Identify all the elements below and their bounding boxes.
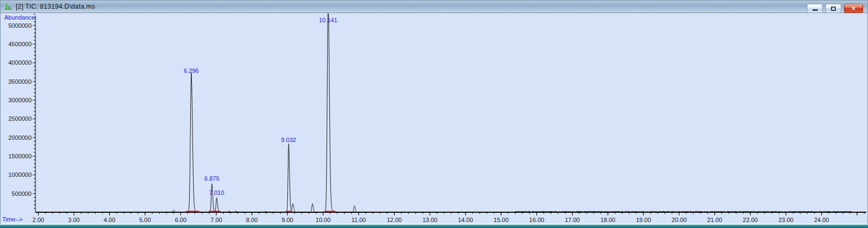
minimize-icon xyxy=(812,9,818,11)
peak-label: 6.296 xyxy=(184,67,199,74)
y-tick-label: 3500000 xyxy=(8,78,32,85)
peak-label: 6.875 xyxy=(204,175,220,182)
y-tick-label: 3000000 xyxy=(8,97,32,103)
minimize-button[interactable] xyxy=(807,4,823,13)
x-tick-label: 21.00 xyxy=(707,217,722,223)
x-tick-label: 2.00 xyxy=(33,217,44,223)
x-tick-label: 18.00 xyxy=(600,217,616,223)
y-axis-title: Abundance xyxy=(4,14,35,21)
x-tick-label: 5.00 xyxy=(139,217,150,223)
x-tick-label: 23.00 xyxy=(779,217,794,223)
x-tick-label: 17.00 xyxy=(565,217,580,223)
y-tick-label: 2500000 xyxy=(8,115,32,122)
close-button[interactable]: ✕ xyxy=(844,4,863,13)
peak-label: 9.032 xyxy=(281,137,297,143)
workspace-edge xyxy=(0,224,868,228)
screen: { "window": { "title": "[2] TIC: 813194.… xyxy=(0,0,868,228)
window-title: [2] TIC: 813194.D\data.ms xyxy=(16,3,95,10)
x-tick-label: 7.00 xyxy=(210,217,222,223)
x-tick-label: 8.00 xyxy=(246,217,257,223)
chromatogram-icon[interactable] xyxy=(4,2,13,11)
y-tick-label: 1500000 xyxy=(8,153,32,159)
x-tick-label: 19.00 xyxy=(636,217,651,223)
tic-trace xyxy=(35,14,866,212)
y-tick-label: 1000000 xyxy=(8,171,32,178)
x-tick-label: 9.00 xyxy=(282,217,293,223)
x-tick-label: 6.00 xyxy=(175,217,186,223)
close-icon: ✕ xyxy=(851,5,855,11)
x-tick-label: 4.00 xyxy=(104,217,115,223)
peak-label: 7.010 xyxy=(209,189,225,196)
restore-button[interactable] xyxy=(825,4,841,13)
y-tick-label: 4500000 xyxy=(8,41,32,47)
x-tick-label: 10.00 xyxy=(316,217,331,223)
y-tick-label: 5000000 xyxy=(8,22,32,29)
chromatogram-window: [2] TIC: 813194.D\data.ms ✕ 500000100000… xyxy=(0,0,868,224)
plot-area: 5000001000000150000020000002500000300000… xyxy=(2,14,866,224)
x-tick-label: 15.00 xyxy=(493,217,509,223)
y-tick-label: 500000 xyxy=(11,190,32,197)
peak-label: 10.141 xyxy=(319,17,337,23)
x-tick-label: 20.00 xyxy=(672,217,687,223)
x-tick-label: 22.00 xyxy=(743,217,758,223)
x-axis-title: Time--> xyxy=(2,216,23,223)
x-tick-label: 13.00 xyxy=(423,217,438,223)
x-tick-label: 14.00 xyxy=(458,217,473,223)
window-titlebar[interactable]: [2] TIC: 813194.D\data.ms ✕ xyxy=(1,1,867,13)
x-tick-label: 3.00 xyxy=(68,217,80,223)
y-tick-label: 4000000 xyxy=(8,59,32,66)
y-tick-label: 2000000 xyxy=(8,134,32,141)
x-tick-label: 24.00 xyxy=(814,217,829,223)
x-tick-label: 16.00 xyxy=(529,217,545,223)
chromatogram-canvas[interactable]: 5000001000000150000020000002500000300000… xyxy=(2,14,867,224)
x-tick-label: 12.00 xyxy=(387,217,402,223)
restore-icon xyxy=(831,7,836,11)
x-tick-label: 11.00 xyxy=(352,217,366,223)
